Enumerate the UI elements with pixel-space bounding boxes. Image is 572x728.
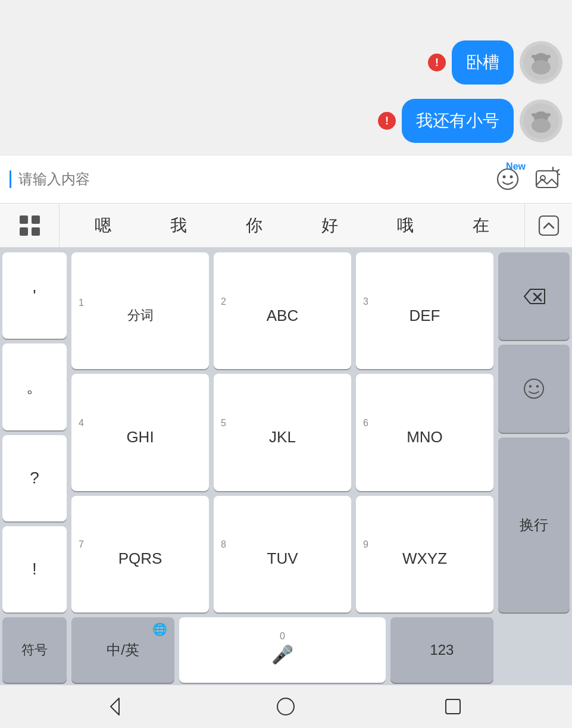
chat-area: ! 卧槽 ! 我还有小号 — [0, 0, 572, 155]
toolbar-word-2[interactable]: 你 — [241, 212, 267, 239]
num-key[interactable]: 123 — [390, 617, 493, 683]
svg-point-26 — [529, 385, 532, 388]
svg-rect-21 — [32, 227, 40, 236]
svg-rect-18 — [20, 215, 28, 224]
toolbar: 嗯 我 你 好 哦 在 — [0, 204, 572, 248]
enter-key[interactable]: 换行 — [498, 438, 570, 613]
svg-point-8 — [546, 113, 551, 117]
new-badge: New — [506, 161, 526, 172]
delete-key[interactable] — [498, 252, 570, 340]
key-label-6: MNO — [407, 428, 443, 446]
emoji-key[interactable] — [498, 345, 570, 432]
svg-point-11 — [503, 176, 506, 179]
key-row-1: 1 分词 2 ABC 3 DEF — [71, 252, 493, 369]
input-bar: New — [0, 155, 572, 204]
key-num-8: 8 — [216, 540, 226, 549]
key-9-wxyz[interactable]: 9 WXYZ — [356, 496, 493, 613]
svg-line-16 — [557, 170, 559, 172]
nav-back-button[interactable] — [104, 692, 134, 721]
bottom-right-spacer — [498, 617, 570, 683]
cursor — [10, 170, 11, 188]
toolbar-words: 嗯 我 你 好 哦 在 — [60, 212, 524, 239]
key-row-2: 4 GHI 5 JKL 6 MNO — [71, 374, 493, 490]
key-6-mno[interactable]: 6 MNO — [356, 374, 493, 490]
key-4-ghi[interactable]: 4 GHI — [71, 374, 209, 490]
svg-rect-13 — [536, 171, 558, 188]
key-num-6: 6 — [358, 418, 368, 428]
key-label-3: DEF — [410, 307, 440, 325]
key-2-abc[interactable]: 2 ABC — [214, 252, 351, 369]
lang-key[interactable]: 🌐 中/英 — [71, 617, 174, 683]
key-7-pqrs[interactable]: 7 PQRS — [71, 496, 209, 613]
svg-point-7 — [532, 113, 536, 117]
bubble-2: 我还有小号 — [402, 99, 514, 143]
punct-key-period[interactable]: 。 — [2, 343, 67, 430]
key-num-7: 7 — [74, 540, 84, 549]
key-label-4: GHI — [126, 428, 154, 446]
key-label-2: ABC — [267, 307, 298, 325]
key-num-9: 9 — [358, 540, 368, 549]
num-key-label: 123 — [430, 642, 454, 658]
toolbar-word-0[interactable]: 嗯 — [90, 212, 116, 239]
svg-rect-22 — [539, 216, 558, 235]
svg-rect-19 — [32, 215, 40, 224]
toolbar-word-4[interactable]: 哦 — [392, 212, 418, 239]
key-num-2: 2 — [216, 297, 226, 307]
message-input[interactable] — [18, 171, 485, 188]
nav-recent-button[interactable] — [438, 692, 468, 721]
right-keys: 换行 — [498, 252, 570, 613]
punct-key-comma[interactable]: ' — [2, 252, 67, 339]
key-5-jkl[interactable]: 5 JKL — [214, 374, 351, 490]
punct-key-question[interactable]: ? — [2, 435, 67, 521]
svg-point-10 — [498, 169, 518, 189]
key-3-def[interactable]: 3 DEF — [356, 252, 493, 369]
key-num-1: 1 — [74, 298, 84, 308]
key-label-1: 分词 — [127, 308, 154, 323]
svg-point-4 — [532, 60, 551, 74]
toolbar-word-3[interactable]: 好 — [317, 212, 343, 239]
key-label-7: PQRS — [118, 549, 162, 568]
punct-key-exclaim[interactable]: ! — [2, 526, 67, 613]
svg-point-3 — [546, 55, 551, 58]
toolbar-word-5[interactable]: 在 — [468, 212, 494, 239]
key-label-5: JKL — [269, 428, 296, 446]
bubble-1: 卧槽 — [452, 40, 514, 85]
error-badge-1: ! — [428, 54, 446, 71]
avatar-2 — [520, 99, 562, 142]
enter-key-label: 换行 — [520, 515, 548, 535]
error-badge-2: ! — [378, 112, 396, 130]
toolbar-word-1[interactable]: 我 — [165, 212, 192, 239]
key-label-8: TUV — [267, 549, 298, 568]
globe-icon: 🌐 — [152, 622, 167, 636]
svg-point-12 — [510, 176, 513, 179]
svg-point-29 — [277, 698, 294, 715]
bottom-key-row: 符号 🌐 中/英 0 🎤 123 — [2, 617, 570, 683]
lang-key-label: 中/英 — [107, 640, 139, 660]
svg-rect-20 — [20, 227, 28, 236]
message-row-1: ! 卧槽 — [10, 40, 562, 85]
microphone-icon: 🎤 — [271, 644, 293, 665]
symbol-key[interactable]: 符号 — [2, 617, 67, 683]
nav-home-button[interactable] — [271, 692, 301, 721]
svg-point-25 — [524, 379, 543, 398]
emoji-button[interactable]: New — [492, 164, 523, 195]
key-grid: 1 分词 2 ABC 3 DEF 4 GHI 5 — [71, 252, 493, 613]
message-row-2: ! 我还有小号 — [10, 99, 562, 143]
bottom-nav — [0, 685, 572, 728]
svg-rect-30 — [446, 699, 460, 714]
input-icons: New — [492, 164, 562, 195]
punct-column: ' 。 ? ! — [2, 252, 67, 613]
toolbar-collapse-button[interactable] — [524, 204, 572, 248]
space-key-num: 0 — [280, 631, 285, 642]
toolbar-grid-button[interactable] — [0, 204, 60, 248]
svg-point-9 — [532, 118, 551, 133]
media-button[interactable] — [532, 164, 562, 195]
svg-point-2 — [532, 55, 536, 58]
svg-marker-28 — [111, 698, 119, 715]
key-8-tuv[interactable]: 8 TUV — [214, 496, 351, 613]
space-key[interactable]: 0 🎤 — [179, 617, 386, 683]
key-label-9: WXYZ — [402, 549, 447, 568]
key-1-fenci[interactable]: 1 分词 — [71, 252, 209, 369]
key-row-3: 7 PQRS 8 TUV 9 WXYZ — [71, 496, 493, 613]
symbol-key-label: 符号 — [21, 641, 48, 659]
